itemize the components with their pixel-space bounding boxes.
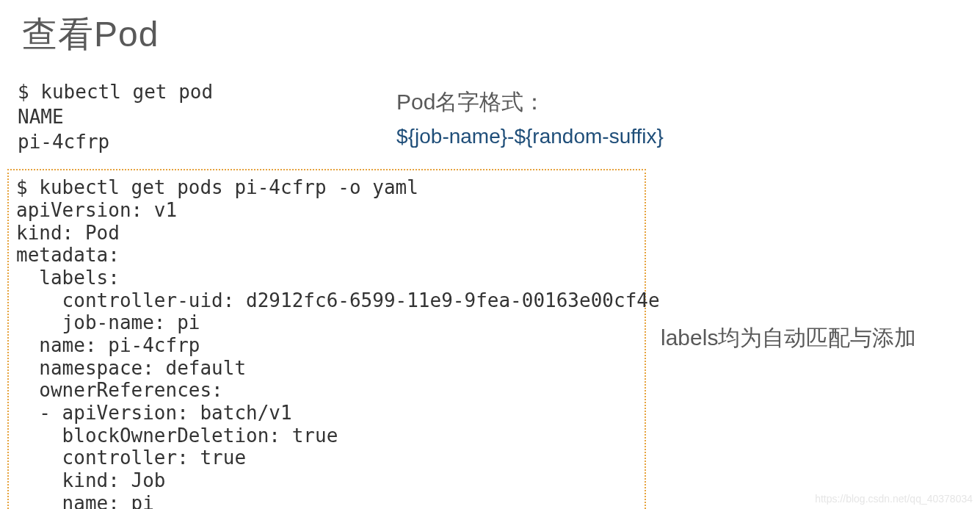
top-content-row: $ kubectl get pod NAME pi-4cfrp Pod名字格式：… — [0, 58, 980, 154]
command-column: $ kubectl get pod NAME pi-4cfrp — [15, 80, 213, 154]
watermark-text: https://blog.csdn.net/qq_40378034 — [815, 493, 973, 505]
yaml-content-row: $ kubectl get pods pi-4cfrp -o yaml apiV… — [0, 154, 980, 509]
kubectl-get-pod-command: $ kubectl get pod NAME pi-4cfrp — [15, 80, 213, 154]
page-title: 查看Pod — [0, 0, 980, 58]
yaml-output-box: $ kubectl get pods pi-4cfrp -o yaml apiV… — [7, 169, 646, 509]
kubectl-yaml-output: $ kubectl get pods pi-4cfrp -o yaml apiV… — [16, 176, 637, 509]
format-column: Pod名字格式： ${job-name}-${random-suffix} — [242, 80, 664, 154]
pod-name-format-label: Pod名字格式： — [396, 87, 664, 118]
labels-annotation: labels均为自动匹配与添加 — [646, 169, 916, 353]
pod-name-format-pattern: ${job-name}-${random-suffix} — [396, 125, 664, 148]
